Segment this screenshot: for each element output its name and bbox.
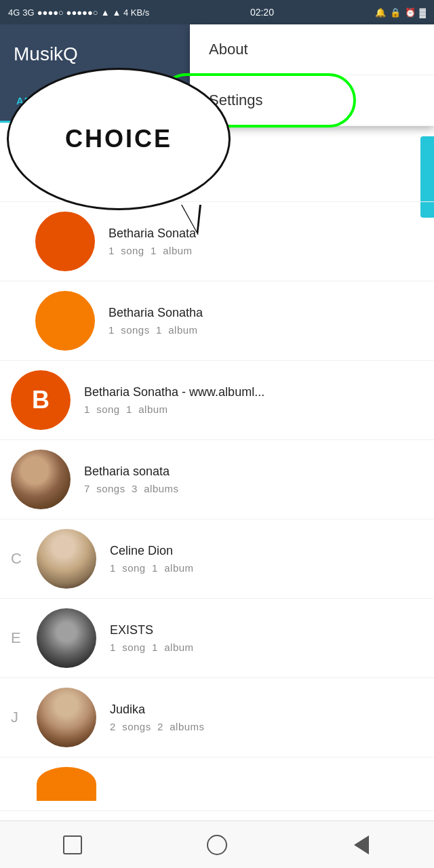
artist-name: Betharia Sonatha - www.albuml... [84,385,423,399]
network-indicator: 4G [8,7,20,18]
avatar [11,450,71,509]
settings-menu-item[interactable]: Settings [190,75,434,126]
artist-info: Celine Dion 1 song 1 album [110,544,423,574]
artist-info: Betharia Sonatha 1 songs 1 album [108,306,423,336]
notification-icon: 🔔 [375,7,386,18]
bottom-nav [0,821,434,868]
avatar: B [11,370,71,430]
list-item[interactable]: B Betharia Sonatha - www.albuml... 1 son… [0,361,434,440]
list-item[interactable]: Betharia Sonata 1 song 1 album [0,202,434,281]
artist-meta: 1 song 1 album [108,245,423,256]
avatar [35,212,95,271]
artist-name: Judika [110,703,423,717]
back-triangle-icon [354,835,369,854]
3g-indicator: 3G [22,7,34,18]
home-circle-button[interactable] [197,831,237,859]
square-icon [63,835,82,854]
list-item[interactable]: Betharia sonata 7 songs 3 albums [0,440,434,519]
artist-meta: 2 songs 2 albums [110,721,423,732]
list-item[interactable]: Betharia Sonatha 1 songs 1 album [0,281,434,361]
section-letter: E [11,629,31,647]
artist-info: EXISTS 1 song 1 album [110,623,423,653]
data-speed: ▲ 4 KB/s [113,7,150,18]
list-item[interactable]: C Celine Dion 1 song 1 album [0,519,434,599]
avatar [35,291,95,351]
section-letter: C [11,550,31,568]
status-left: 4G 3G ●●●●○ ●●●●●○ ▲ ▲ 4 KB/s [8,7,149,18]
artists-list: ‹ last·fm Keep stats clean! Put the corr… [0,123,434,865]
back-nav-button[interactable] [341,831,382,859]
artist-info: Judika 2 songs 2 albums [110,703,423,732]
artist-meta: 1 songs 1 album [108,324,423,336]
artist-meta: 1 song 1 album [110,642,423,653]
artist-meta: 1 song 1 album [110,562,423,574]
artist-info: Betharia Sonata 1 song 1 album [108,226,423,256]
artist-name: Betharia Sonatha [108,306,423,320]
dropdown-menu: About Settings [190,24,434,126]
status-time: 02:20 [250,7,274,18]
avatar [37,608,96,668]
app-title: MusikQ [14,43,78,65]
signal-dots: ●●●●○ ●●●●●○ [37,7,98,18]
section-letter: J [11,709,31,726]
list-item[interactable]: J Judika 2 songs 2 albums [0,678,434,757]
lock-icon: 🔒 [390,7,401,18]
list-item[interactable]: E EXISTS 1 song 1 album [0,599,434,678]
list-item[interactable] [0,757,434,811]
artist-name: Celine Dion [110,544,423,558]
home-button[interactable] [52,831,93,859]
avatar [37,529,96,589]
status-icons: 🔔 🔒 ⏰ ▓ [375,7,426,18]
artist-name: Betharia sonata [84,465,423,479]
battery-icon: ▓ [420,7,426,18]
artist-meta: 7 songs 3 albums [84,483,423,494]
artist-name: Betharia Sonata [108,226,423,241]
choice-annotation-bubble: CHOICE [7,68,231,210]
avatar [37,688,96,747]
about-menu-item[interactable]: About [190,24,434,75]
annotation-text: CHOICE [65,125,172,153]
status-bar: 4G 3G ●●●●○ ●●●●●○ ▲ ▲ 4 KB/s 02:20 🔔 🔒 … [0,0,434,24]
circle-icon [207,835,227,855]
app-header: MusikQ About Settings [0,24,434,84]
artist-info: Betharia Sonatha - www.albuml... 1 song … [84,385,423,415]
avatar [37,767,96,801]
alarm-icon: ⏰ [405,7,416,18]
artist-meta: 1 song 1 album [84,403,423,415]
artist-name: EXISTS [110,623,423,637]
artist-info: Betharia sonata 7 songs 3 albums [84,465,423,494]
wifi-icon: ▲ [101,7,110,18]
